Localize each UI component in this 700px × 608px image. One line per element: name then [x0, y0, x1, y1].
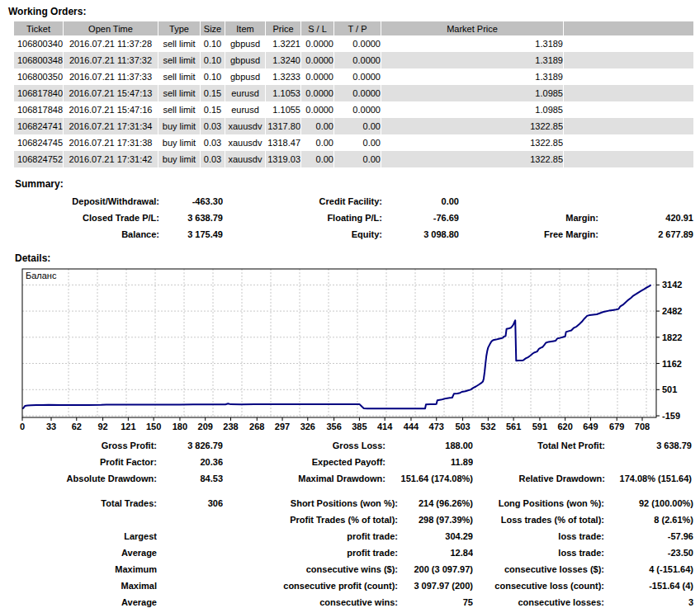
order-cell-sl: 0.00 — [301, 118, 333, 134]
order-cell-price: 1.1055 — [266, 101, 300, 118]
order-cell-market-price: 1322.85 — [381, 151, 563, 167]
y-axis-label: 2482 — [662, 306, 682, 316]
balance-chart-svg: -159501116218222482314203362921211501802… — [0, 266, 700, 434]
column-header-market-price: Market Price — [381, 21, 563, 35]
order-cell-type: sell limit — [158, 68, 200, 85]
stat-value — [157, 594, 223, 608]
x-axis-label: 591 — [532, 422, 547, 431]
stat-value: -151.64 (4) — [604, 577, 693, 594]
x-axis-label: 268 — [249, 422, 264, 431]
stat-label: Closed Trade P/L: — [14, 210, 159, 226]
order-cell-ticket: 106824752 — [14, 151, 63, 167]
stat-label: Floating P/L: — [223, 210, 382, 226]
column-header-sl: S / L — [301, 21, 333, 35]
stat-value: 3 175.49 — [159, 226, 223, 243]
column-header-price: Price — [266, 21, 300, 35]
order-row: 1068003482016.07.21 11:37:32sell limit0.… — [14, 52, 693, 68]
x-axis-label: 356 — [326, 422, 341, 431]
stat-label — [473, 454, 605, 470]
stat-label: Total Trades: — [14, 495, 157, 511]
stat-value — [605, 454, 692, 470]
order-cell-market-price: 1.3189 — [381, 68, 563, 85]
order-cell-spacer — [564, 151, 693, 167]
order-cell-market-price: 1.0985 — [381, 101, 563, 118]
order-cell-sl: 0.0000 — [301, 52, 333, 68]
order-cell-market-price: 1.3189 — [381, 52, 563, 68]
table-header-row: TicketOpen TimeTypeSizeItemPriceS / LT /… — [14, 21, 693, 35]
order-cell-open-time: 2016.07.21 11:37:28 — [64, 35, 158, 52]
order-cell-ticket: 106800350 — [14, 68, 63, 85]
order-cell-tp: 0.0000 — [334, 68, 381, 85]
order-cell-market-price: 1.0985 — [381, 85, 563, 101]
order-cell-type: buy limit — [158, 118, 200, 134]
order-cell-sl: 0.0000 — [301, 101, 333, 118]
x-axis-label: 679 — [609, 422, 624, 431]
stat-label: Profit Trades (% of total): — [223, 511, 398, 528]
stat-label: Total Net Profit: — [473, 437, 605, 454]
order-cell-ticket: 106824745 — [14, 134, 63, 151]
order-cell-sl: 0.0000 — [301, 68, 333, 85]
order-row: 1068247412016.07.21 17:31:34buy limit0.0… — [14, 118, 693, 134]
order-cell-tp: 0.00 — [334, 134, 381, 151]
stat-label: Expected Payoff: — [223, 454, 385, 470]
order-cell-sl: 0.00 — [301, 151, 333, 167]
order-cell-sl: 0.0000 — [301, 85, 333, 101]
stat-label: consecutive wins: — [223, 594, 398, 608]
order-cell-price: 1.3221 — [266, 35, 300, 52]
column-header-spacer — [564, 21, 693, 35]
order-cell-ticket: 106824741 — [14, 118, 63, 134]
stat-value: 2 677.89 — [598, 226, 693, 243]
x-axis-label: 444 — [404, 422, 419, 431]
order-cell-size: 0.10 — [201, 68, 225, 85]
x-axis-label: 121 — [121, 422, 135, 431]
working-orders-body: 1068003402016.07.21 11:37:28sell limit0.… — [14, 35, 693, 167]
stat-label: Margin: — [459, 210, 598, 226]
x-axis-label: 180 — [173, 422, 187, 431]
x-axis-label: 297 — [275, 422, 290, 431]
stat-label: Maximum — [14, 561, 157, 577]
order-row: 1068003402016.07.21 11:37:28sell limit0.… — [14, 35, 693, 52]
order-cell-price: 1.3240 — [266, 52, 300, 68]
stat-label: Gross Profit: — [14, 437, 157, 454]
stat-value: 84.53 — [157, 470, 223, 487]
stat-value — [157, 528, 223, 544]
stat-value: 298 (97.39%) — [398, 511, 473, 528]
stat-label: Profit Factor: — [14, 454, 157, 470]
working-orders-heading: Working Orders: — [8, 6, 700, 17]
x-axis-label: 0 — [20, 422, 25, 431]
stat-label: Gross Loss: — [223, 437, 385, 454]
order-cell-tp: 0.0000 — [334, 52, 381, 68]
x-axis-label: 92 — [97, 422, 107, 431]
x-axis-label: 561 — [506, 422, 521, 431]
stat-label: Credit Facility: — [223, 193, 382, 210]
order-cell-price: 1.1053 — [266, 85, 300, 101]
order-cell-item: xauusdv — [225, 151, 265, 167]
order-cell-spacer — [564, 85, 693, 101]
order-cell-open-time: 2016.07.21 17:31:34 — [64, 118, 158, 134]
stat-label: Free Margin: — [459, 226, 598, 243]
order-cell-ticket: 106817848 — [14, 101, 63, 118]
stat-label: Average — [14, 594, 157, 608]
order-cell-size: 0.10 — [201, 52, 225, 68]
y-axis-label: 1162 — [662, 359, 682, 369]
order-cell-size: 0.03 — [201, 151, 225, 167]
x-axis-label: 708 — [635, 422, 650, 431]
stat-label: Short Positions (won %): — [223, 495, 398, 511]
stat-label: profit trade: — [223, 544, 398, 561]
order-cell-type: sell limit — [158, 85, 200, 101]
stat-value: 0.00 — [382, 193, 459, 210]
order-cell-type: sell limit — [158, 52, 200, 68]
x-axis-label: 209 — [198, 422, 213, 431]
working-orders-table: TicketOpen TimeTypeSizeItemPriceS / LT /… — [13, 21, 694, 167]
order-cell-ticket: 106800340 — [14, 35, 63, 52]
stat-value: 188.00 — [385, 437, 473, 454]
order-cell-tp: 0.0000 — [334, 101, 381, 118]
y-axis-label: 3142 — [662, 280, 682, 290]
column-header-tp: T / P — [334, 21, 381, 35]
order-cell-ticket: 106817840 — [14, 85, 63, 101]
stat-value: 200 (3 097.97) — [398, 561, 473, 577]
order-cell-size: 0.15 — [201, 101, 225, 118]
x-axis-label: 326 — [300, 422, 315, 431]
stat-value: 174.08% (151.64) — [605, 470, 692, 487]
stat-value: 3 638.79 — [605, 437, 692, 454]
